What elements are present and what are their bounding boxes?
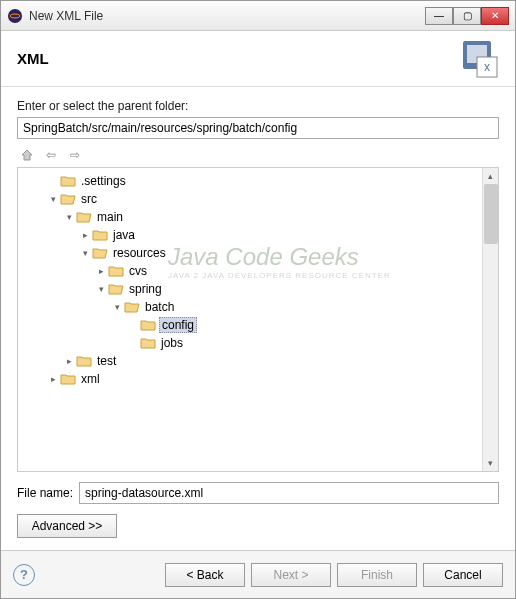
help-icon[interactable]: ? — [13, 564, 35, 586]
window-controls: — ▢ ✕ — [425, 7, 509, 25]
expander-icon[interactable]: ▸ — [62, 356, 76, 366]
xml-file-icon: x — [459, 39, 499, 79]
finish-button[interactable]: Finish — [337, 563, 417, 587]
folder-tree[interactable]: .settings▾src▾main▸java▾resources▸cvs▾sp… — [17, 167, 499, 472]
scrollbar[interactable]: ▴ ▾ — [482, 168, 498, 471]
scroll-down-icon[interactable]: ▾ — [483, 455, 498, 471]
home-icon[interactable] — [17, 145, 37, 165]
tree-item[interactable]: ▾resources — [20, 244, 496, 262]
expander-icon[interactable]: ▾ — [110, 302, 124, 312]
expander-icon[interactable]: ▾ — [94, 284, 108, 294]
back-arrow-icon[interactable]: ⇦ — [41, 145, 61, 165]
parent-folder-label: Enter or select the parent folder: — [17, 99, 499, 113]
button-bar: ? < Back Next > Finish Cancel — [1, 550, 515, 598]
tree-item-label: jobs — [159, 336, 185, 350]
titlebar[interactable]: New XML File — ▢ ✕ — [1, 1, 515, 31]
banner-heading: XML — [17, 50, 459, 67]
tree-toolbar: ⇦ ⇨ — [17, 145, 499, 165]
tree-item-label: spring — [127, 282, 164, 296]
expander-icon[interactable]: ▸ — [94, 266, 108, 276]
content-area: Enter or select the parent folder: ⇦ ⇨ .… — [1, 87, 515, 550]
tree-item-label: test — [95, 354, 118, 368]
expander-icon[interactable]: ▸ — [78, 230, 92, 240]
tree-item-label: config — [159, 317, 197, 333]
tree-item-label: xml — [79, 372, 102, 386]
tree-item[interactable]: ▸xml — [20, 370, 496, 388]
tree-item[interactable]: ▾src — [20, 190, 496, 208]
window-title: New XML File — [29, 9, 425, 23]
tree-item[interactable]: ▾main — [20, 208, 496, 226]
svg-text:x: x — [484, 60, 490, 74]
tree-item[interactable]: ▾batch — [20, 298, 496, 316]
filename-label: File name: — [17, 486, 73, 500]
expander-icon[interactable]: ▸ — [46, 374, 60, 384]
tree-item[interactable]: ▸cvs — [20, 262, 496, 280]
next-button[interactable]: Next > — [251, 563, 331, 587]
tree-item-label: batch — [143, 300, 176, 314]
tree-item-label: .settings — [79, 174, 128, 188]
maximize-button[interactable]: ▢ — [453, 7, 481, 25]
dialog-window: New XML File — ▢ ✕ XML x Enter or select… — [0, 0, 516, 599]
tree-item[interactable]: config — [20, 316, 496, 334]
minimize-button[interactable]: — — [425, 7, 453, 25]
banner: XML x — [1, 31, 515, 87]
filename-row: File name: — [17, 482, 499, 504]
forward-arrow-icon[interactable]: ⇨ — [65, 145, 85, 165]
tree-item[interactable]: ▾spring — [20, 280, 496, 298]
expander-icon[interactable]: ▾ — [46, 194, 60, 204]
cancel-button[interactable]: Cancel — [423, 563, 503, 587]
scroll-up-icon[interactable]: ▴ — [483, 168, 498, 184]
filename-input[interactable] — [79, 482, 499, 504]
close-button[interactable]: ✕ — [481, 7, 509, 25]
parent-folder-input[interactable] — [17, 117, 499, 139]
eclipse-icon — [7, 8, 23, 24]
back-button[interactable]: < Back — [165, 563, 245, 587]
tree-item-label: cvs — [127, 264, 149, 278]
tree-item[interactable]: ▸java — [20, 226, 496, 244]
tree-item-label: resources — [111, 246, 168, 260]
expander-icon[interactable]: ▾ — [62, 212, 76, 222]
tree-item[interactable]: jobs — [20, 334, 496, 352]
expander-icon[interactable]: ▾ — [78, 248, 92, 258]
tree-item-label: java — [111, 228, 137, 242]
tree-item[interactable]: .settings — [20, 172, 496, 190]
scroll-thumb[interactable] — [484, 184, 498, 244]
advanced-button[interactable]: Advanced >> — [17, 514, 117, 538]
tree-item-label: src — [79, 192, 99, 206]
tree-item-label: main — [95, 210, 125, 224]
tree-item[interactable]: ▸test — [20, 352, 496, 370]
